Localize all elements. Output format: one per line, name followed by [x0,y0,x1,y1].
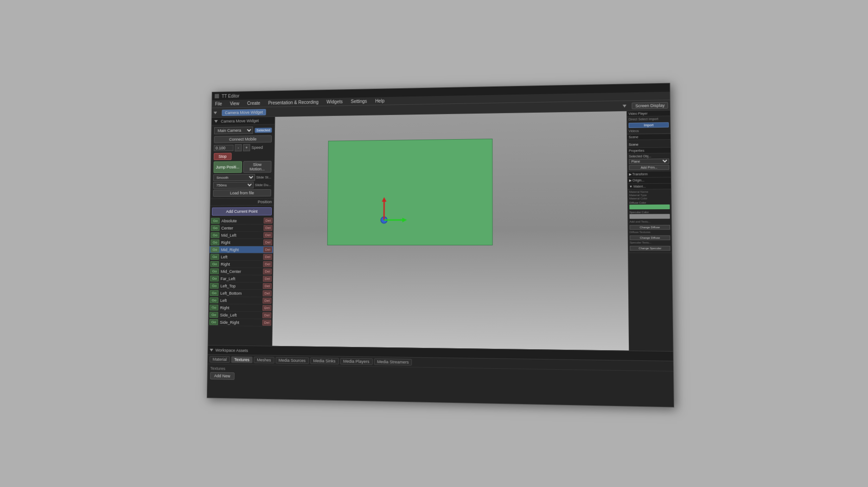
material-section-label: Materi... [633,185,646,188]
waypoint-name: Right [219,240,263,245]
stop-btn[interactable]: Stop [214,153,231,160]
waypoint-go-btn[interactable]: Go [210,312,218,318]
waypoint-go-btn[interactable]: Go [211,239,219,245]
change-diffuse2-btn[interactable]: Change Diffuse [630,236,670,240]
material-tab[interactable]: Material [210,356,230,363]
waypoint-del-btn[interactable]: Del [262,312,271,318]
waypoint-del-btn[interactable]: Del [263,239,272,245]
time-select[interactable]: 750ms [213,182,254,189]
waypoint-go-btn[interactable]: Go [210,305,218,311]
viewport-background [272,111,629,351]
menu-presentation[interactable]: Presentation & Recording [267,99,320,106]
transform-gizmo[interactable] [370,195,416,242]
add-current-point-btn[interactable]: Add Current Point [212,207,272,216]
media-players-tab[interactable]: Media Players [340,358,372,365]
load-from-file-btn[interactable]: Load from file [213,189,271,197]
add-prim-btn[interactable]: Add Prim... [629,165,669,170]
plane-row: Plane [629,159,669,164]
textures-tab[interactable]: Textures [231,356,252,363]
speed-plus-btn[interactable]: + [243,144,250,152]
transform-section[interactable]: ▶ Transform [627,171,670,178]
menu-view[interactable]: View [229,101,241,107]
waypoint-del-btn[interactable]: Del [263,261,272,267]
import-label: Import [649,117,658,121]
panel-header-label: Camera Move Widget [221,118,259,123]
diffuse-textures-label: Diffuse Textures [630,231,670,233]
waypoint-name: Left_Top [218,283,262,288]
specular-color-swatch[interactable] [630,214,670,219]
camera-select-row: Main Camera Selected [214,126,272,134]
import-btn[interactable]: Import [629,122,669,128]
waypoint-go-btn[interactable]: Go [211,232,219,238]
waypoint-del-btn[interactable]: Del [263,269,272,275]
speed-input[interactable] [214,145,233,151]
material-section[interactable]: ▼ Materi... [628,184,671,190]
camera-dropdown[interactable]: Main Camera [214,127,253,135]
connect-mobile-btn[interactable]: Connect Mobile [214,135,272,143]
svg-marker-2 [382,197,387,202]
waypoint-row: GoLeftDel [210,253,273,261]
waypoint-row: GoLeft_TopDel [209,282,273,290]
media-sources-tab[interactable]: Media Sources [275,357,309,364]
menu-file[interactable]: File [214,101,223,107]
diffuse-color-swatch[interactable] [629,205,670,210]
plane-select[interactable]: Plane [629,159,669,164]
media-streamers-tab[interactable]: Media Streamers [374,359,412,365]
origin-section[interactable]: ▶ Origin... [628,178,671,184]
scene-title: Scene [629,135,638,139]
waypoint-del-btn[interactable]: Del [262,290,271,296]
waypoint-del-btn[interactable]: Del [262,298,271,304]
meshes-tab[interactable]: Meshes [254,357,274,364]
waypoint-go-btn[interactable]: Go [210,297,218,303]
waypoint-go-btn[interactable]: Go [211,218,220,224]
waypoint-go-btn[interactable]: Go [210,269,219,275]
app-icon [215,94,219,98]
waypoint-del-btn[interactable]: Del [263,225,272,231]
smooth-row: Smooth Slide St... [213,174,271,181]
properties-header: Properties [627,147,670,154]
waypoint-del-btn[interactable]: Del [262,305,271,311]
menu-widgets[interactable]: Widgets [325,99,344,105]
waypoint-go-btn[interactable]: Go [210,261,219,267]
screen-display-btn[interactable]: Screen Display [632,102,668,109]
jump-position-btn[interactable]: Jump Positi... [213,161,242,173]
menu-help[interactable]: Help [374,98,386,104]
waypoint-del-btn[interactable]: Del [263,254,272,260]
waypoint-go-btn[interactable]: Go [211,225,220,231]
waypoint-del-btn[interactable]: Del [263,247,272,253]
waypoint-go-btn[interactable]: Go [209,319,218,325]
waypoint-del-btn[interactable]: Del [262,320,271,326]
waypoint-name: Right [219,262,263,266]
add-new-btn[interactable]: Add New [210,372,234,380]
media-sinks-tab[interactable]: Media Sinks [310,358,339,365]
right-panels: Video Player Direct Select Import Import… [626,110,673,351]
speed-minus-btn[interactable]: - [235,144,242,152]
origin-label: Origin... [632,179,645,182]
center-viewport[interactable] [272,111,629,351]
scene-item[interactable]: Scene [629,143,638,146]
waypoint-name: Left [219,255,263,259]
direct-select-row: Direct Select Import [628,117,669,121]
smooth-select[interactable]: Smooth [213,174,255,181]
waypoint-go-btn[interactable]: Go [211,247,219,253]
change-diffuse-btn[interactable]: Change Diffuse [630,225,670,230]
slow-motion-btn[interactable]: Slow Motion... [243,161,272,173]
waypoint-del-btn[interactable]: Del [263,276,272,282]
menu-settings[interactable]: Settings [350,98,369,104]
waypoint-row: GoRightDel [209,261,273,268]
left-panel: Camera Move Widget Main Camera Selected … [208,117,275,346]
camera-move-widget-btn[interactable]: Camera Move Widget [222,109,266,116]
transform-label: Transform [632,173,648,176]
waypoint-go-btn[interactable]: Go [210,290,218,296]
change-specular-btn[interactable]: Change Specular [630,246,670,250]
waypoint-del-btn[interactable]: Del [263,283,272,289]
waypoint-del-btn[interactable]: Del [264,218,273,224]
slide-start-label: Slide St... [256,175,271,179]
waypoint-go-btn[interactable]: Go [211,254,219,260]
waypoint-name: Left [218,298,262,303]
panel-triangle-icon [214,120,218,123]
waypoint-go-btn[interactable]: Go [210,276,219,282]
waypoint-go-btn[interactable]: Go [210,283,219,289]
waypoint-del-btn[interactable]: Del [263,232,272,238]
menu-create[interactable]: Create [246,100,262,106]
